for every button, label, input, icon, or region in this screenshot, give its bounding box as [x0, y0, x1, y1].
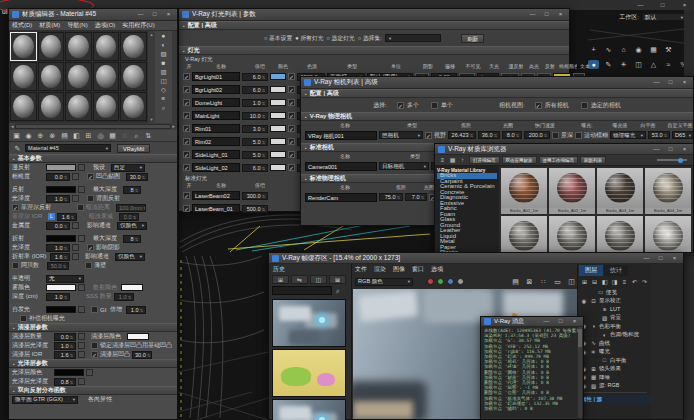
motion-tab-icon[interactable]: ◉ — [633, 45, 644, 54]
spinner-field[interactable]: 53.0 — [648, 131, 670, 139]
show-map-in-viewport-icon[interactable]: ◎ — [95, 131, 106, 140]
spinner-field[interactable]: 1.0 — [114, 293, 134, 301]
checkbox[interactable]: ✓ — [183, 86, 190, 93]
spinner-field[interactable]: 0.0 — [54, 333, 76, 341]
light-name-field[interactable]: SideLight_01 — [192, 150, 240, 159]
dropdown[interactable]: 自定▾ — [111, 164, 145, 172]
map-slot-button[interactable] — [78, 235, 85, 242]
dropdown[interactable]: 微平面 GTR (GGX)▾ — [12, 396, 78, 404]
menu-item[interactable]: 模式(D) — [12, 21, 32, 30]
material-sample-slot[interactable] — [10, 92, 37, 121]
maximize-button[interactable]: □ — [149, 9, 160, 20]
lock-icon[interactable]: L — [48, 213, 55, 220]
checkbox[interactable]: ✓ — [288, 125, 295, 132]
map-slot-button[interactable] — [78, 284, 85, 291]
light-name-field[interactable]: BgrLight01 — [192, 72, 240, 81]
show-end-result-icon[interactable]: ▦ — [107, 131, 118, 140]
spinner-field[interactable]: 1.6 — [54, 351, 76, 359]
color-swatch[interactable] — [121, 284, 143, 291]
assign-to-selection-icon[interactable]: ⊕ — [35, 131, 46, 140]
material-editor-title-bar[interactable]: 材质编辑器 - Material #45 — □ × — [9, 9, 177, 21]
spinner-field[interactable]: 3.0 — [242, 125, 268, 133]
create-tab-icon[interactable]: + — [588, 45, 599, 54]
checkbox[interactable]: ✓ — [183, 151, 190, 158]
checkbox[interactable]: ✓ — [87, 173, 94, 180]
layer-row[interactable]: ▨背景 — [578, 314, 651, 323]
radio[interactable]: ● 所有灯光 — [295, 34, 323, 43]
light-name-field[interactable]: LaserBeam_01 — [192, 204, 240, 213]
light-name-field[interactable]: LaserBeam02 — [192, 191, 240, 200]
color-swatch[interactable] — [46, 306, 76, 313]
spinner-field[interactable]: 1.0 — [46, 244, 70, 252]
load-image-icon[interactable]: ◫ — [310, 275, 327, 284]
radio[interactable]: ○ 基本设置 — [264, 34, 292, 43]
list-view-icon[interactable]: ≡ — [438, 156, 447, 165]
color-swatch[interactable] — [46, 164, 76, 171]
map-slot-button[interactable] — [72, 253, 79, 260]
material-sample-slot[interactable] — [38, 62, 65, 91]
delete-history-icon[interactable]: ⊠ — [329, 275, 346, 284]
material-thumbnail[interactable]: Bricks_A03_1m — [597, 168, 643, 214]
clear-image-icon[interactable]: ⊠ — [524, 277, 535, 286]
sample-type-icon[interactable]: ● — [158, 32, 169, 40]
minimize-button[interactable]: — — [651, 144, 662, 155]
checkbox[interactable]: ✓ — [288, 164, 295, 171]
maximize-button[interactable]: □ — [665, 77, 676, 88]
menu-item[interactable]: 实用程序(U) — [122, 21, 154, 30]
map-slot-button[interactable] — [78, 351, 85, 358]
rollout-clearcoat-params[interactable]: 清漆层参数 — [9, 323, 177, 332]
region-render-icon[interactable]: ▭ — [552, 277, 563, 286]
radio[interactable]: ○ 选定灯光 — [327, 34, 355, 43]
checkbox[interactable]: ✓ — [288, 138, 295, 145]
make-unique-icon[interactable]: ▤ — [59, 131, 70, 140]
backlight-icon[interactable]: ◐ — [158, 41, 169, 49]
material-thumbnail[interactable]: Bricks_A01_1m — [501, 168, 547, 214]
map-slot-button[interactable] — [72, 195, 79, 202]
hue-saturation-icon[interactable]: ◐ — [601, 331, 608, 339]
message-scrollbar[interactable] — [578, 327, 582, 418]
light-name-field[interactable]: DomeLight — [192, 98, 240, 107]
dropdown[interactable]: 无▾ — [46, 275, 84, 283]
denoiser-layer-icon[interactable]: ▦ — [590, 373, 597, 381]
redo-icon[interactable]: ↷ — [640, 278, 649, 287]
spinner-field[interactable]: 6.0 — [242, 86, 268, 94]
sample-vertical-scrollbar[interactable]: ▲▼ — [148, 31, 155, 123]
checkbox[interactable]: ✓ — [288, 112, 295, 119]
layer-row[interactable]: ◉⊡显示校正 — [578, 297, 651, 306]
layer-row[interactable]: ◉▦降噪 — [578, 373, 651, 382]
color-swatch[interactable] — [270, 86, 286, 93]
close-button[interactable]: × — [569, 316, 580, 327]
color-balance-icon[interactable]: ◑ — [590, 322, 597, 330]
get-material-icon[interactable]: ▣ — [11, 131, 22, 140]
minimize-button[interactable]: — — [641, 253, 652, 264]
spinner-field[interactable]: 7.0 — [405, 193, 427, 201]
dropdown[interactable]: 仅颜色▾ — [117, 222, 147, 230]
background-layer-icon[interactable]: ▨ — [601, 314, 608, 322]
history-thumbnail-teapot[interactable] — [272, 349, 346, 397]
history-thumbnail-robot[interactable] — [272, 299, 346, 347]
lights-category-icon[interactable]: ☀ — [618, 60, 629, 69]
map-slot-button[interactable] — [78, 164, 85, 171]
checkbox[interactable] — [20, 315, 27, 322]
map-slot-button[interactable] — [86, 369, 93, 376]
checkbox[interactable]: ✓ — [288, 151, 295, 158]
exposure-layer-icon[interactable]: ☀ — [590, 348, 597, 356]
spinner-field[interactable]: 1.0 — [46, 195, 70, 203]
menu-item[interactable]: 渲染 — [374, 265, 386, 274]
menu-item[interactable]: 图像 — [393, 265, 405, 274]
minimize-button[interactable]: — — [541, 316, 552, 327]
checkbox[interactable]: ✓ — [183, 73, 190, 80]
material-sample-slot[interactable] — [38, 92, 65, 121]
spinner-field[interactable]: 8 — [123, 186, 141, 194]
checkbox[interactable] — [87, 195, 94, 202]
dropdown[interactable]: D65▾ — [672, 131, 694, 139]
material-thumbnail[interactable]: Bricks_A02_1m — [549, 168, 595, 214]
load-preset-icon[interactable]: ◧ — [600, 278, 609, 287]
display-tab-icon[interactable]: ▦ — [648, 45, 659, 54]
spinner-field[interactable]: 8 — [123, 235, 141, 243]
material-thumbnail[interactable]: Bricks_A08_1m — [645, 216, 691, 252]
checkbox[interactable] — [85, 262, 92, 269]
duplicate-buffer-icon[interactable]: ◫ — [566, 277, 577, 286]
options-icon[interactable]: ◇ — [158, 86, 169, 94]
background-icon[interactable]: ▨ — [158, 50, 169, 58]
